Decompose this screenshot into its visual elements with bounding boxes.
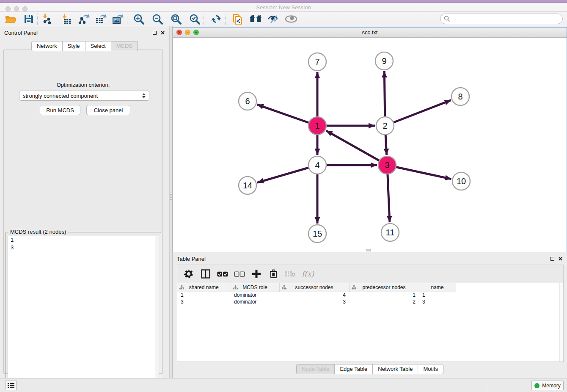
table-cell[interactable]: 2: [349, 298, 419, 305]
tab-edge-table[interactable]: Edge Table: [335, 364, 373, 374]
network-maximize-icon[interactable]: +: [193, 30, 199, 35]
tab-mcds[interactable]: MCDS: [111, 41, 138, 51]
tab-motifs[interactable]: Motifs: [418, 364, 443, 374]
import-table-icon[interactable]: [59, 13, 73, 25]
graph-node-6[interactable]: 6: [239, 92, 256, 110]
table-cell[interactable]: 3: [177, 298, 231, 305]
zoom-out-icon[interactable]: [150, 13, 165, 25]
graph-node-9[interactable]: 9: [375, 52, 393, 70]
memory-button[interactable]: Memory: [531, 381, 564, 390]
result-scrollbar[interactable]: [155, 236, 159, 389]
tab-select[interactable]: Select: [85, 41, 111, 51]
close-table-panel-icon[interactable]: ✕: [558, 256, 563, 262]
import-network-icon[interactable]: [39, 13, 54, 25]
panel-splitter[interactable]: [169, 26, 173, 378]
column-header-predecessor-nodes[interactable]: predecessor nodes: [349, 283, 419, 292]
graph-edge-1-6[interactable]: [257, 105, 317, 126]
criterion-dropdown[interactable]: strongly connected component: [19, 91, 149, 101]
table-scrollbar[interactable]: [559, 283, 563, 362]
refresh-icon[interactable]: [209, 13, 223, 25]
optimization-criterion-label: Optimization criterion:: [4, 82, 162, 88]
table-cell[interactable]: dominator: [231, 292, 279, 298]
graph-node-3[interactable]: 3: [378, 156, 396, 174]
open-folder-icon[interactable]: [3, 13, 18, 25]
search-icon: [444, 16, 450, 22]
graph-edge-2-8[interactable]: [385, 100, 451, 126]
search-input[interactable]: [450, 16, 562, 22]
column-header-MCDS-role[interactable]: MCDS role: [231, 283, 279, 292]
graph-edge-3-1[interactable]: [326, 131, 387, 165]
graph-node-7[interactable]: 7: [308, 53, 326, 71]
export-network-icon[interactable]: [77, 13, 91, 25]
app-title: Session: New Session: [256, 4, 311, 11]
app-minimize-button[interactable]: [14, 6, 19, 11]
table-cell[interactable]: dominator: [231, 298, 279, 305]
table-cell[interactable]: 1: [177, 292, 231, 298]
network-canvas[interactable]: 7968124314101511: [173, 38, 567, 252]
node-label: 14: [243, 181, 252, 190]
save-icon[interactable]: [21, 13, 36, 25]
graph-node-1[interactable]: 1: [308, 117, 326, 135]
graph-edge-3-10[interactable]: [387, 165, 451, 179]
main-toolbar: [0, 12, 567, 26]
app-maximize-button[interactable]: [22, 6, 28, 11]
export-table-icon[interactable]: [94, 13, 108, 25]
eye-icon[interactable]: [284, 13, 298, 25]
column-header-shared-name[interactable]: shared name: [177, 283, 231, 292]
run-mcds-button[interactable]: Run MCDS: [40, 105, 80, 115]
hide-details-icon[interactable]: [266, 13, 281, 25]
network-window-titlebar[interactable]: ✕ − + scc.txt: [173, 28, 567, 38]
table-cell[interactable]: 3: [279, 298, 349, 305]
export-image-icon[interactable]: [111, 13, 125, 25]
table-tabs: Node TableEdge TableNetwork TableMotifs: [173, 364, 567, 374]
delete-column-icon[interactable]: [268, 268, 279, 279]
copy-network-icon[interactable]: [231, 13, 245, 25]
table-cell[interactable]: 4: [279, 292, 349, 298]
graph-node-15[interactable]: 15: [308, 225, 326, 243]
tab-style[interactable]: Style: [63, 41, 85, 51]
control-panel-title: Control Panel: [4, 30, 38, 36]
table-cell[interactable]: 3: [419, 298, 456, 305]
add-column-icon[interactable]: [251, 268, 262, 279]
settings-gear-icon[interactable]: [183, 268, 194, 279]
mcds-result-list[interactable]: 13: [8, 236, 159, 389]
show-column-icon[interactable]: [200, 268, 211, 279]
node-label: 3: [385, 160, 389, 170]
table-cell[interactable]: 1: [349, 292, 419, 298]
close-panel-button[interactable]: Close panel: [86, 105, 130, 115]
graph-node-8[interactable]: 8: [451, 88, 469, 105]
memory-label: Memory: [542, 383, 560, 389]
zoom-fit-icon[interactable]: [169, 13, 183, 25]
tab-network[interactable]: Network: [31, 41, 63, 51]
memory-status-icon: [534, 383, 539, 388]
network-minimize-icon[interactable]: −: [185, 30, 190, 35]
column-header-name[interactable]: name: [419, 283, 456, 292]
graph-node-4[interactable]: 4: [308, 156, 326, 174]
select-all-rows-icon[interactable]: [217, 268, 228, 279]
network-close-icon[interactable]: ✕: [176, 30, 182, 35]
task-history-button[interactable]: [5, 381, 17, 390]
column-header-successor-nodes[interactable]: successor nodes: [279, 283, 349, 292]
float-table-panel-icon[interactable]: [550, 257, 554, 261]
app-close-button[interactable]: [6, 6, 11, 11]
float-panel-icon[interactable]: [153, 31, 157, 35]
table-row[interactable]: 1dominator411: [177, 292, 456, 298]
zoom-in-icon[interactable]: [132, 13, 146, 25]
graph-node-10[interactable]: 10: [452, 172, 470, 190]
home-icon[interactable]: [248, 13, 263, 25]
close-panel-icon[interactable]: ✕: [160, 30, 165, 36]
canvas-scrollbar-thumb[interactable]: [366, 249, 371, 251]
splitter-grip-icon[interactable]: [170, 194, 172, 201]
zoom-selected-icon[interactable]: [187, 13, 202, 25]
node-table[interactable]: shared nameMCDS rolesuccessor nodesprede…: [177, 283, 564, 362]
graph-node-2[interactable]: 2: [376, 117, 394, 135]
graph-node-11[interactable]: 11: [381, 224, 399, 241]
tab-network-table[interactable]: Network Table: [373, 364, 418, 374]
graph-node-14[interactable]: 14: [239, 177, 256, 194]
tab-node-table[interactable]: Node Table: [296, 364, 335, 374]
table-row[interactable]: 3dominator323: [177, 298, 456, 305]
search-box[interactable]: [440, 14, 563, 24]
table-cell[interactable]: 1: [419, 292, 456, 298]
deselect-all-rows-icon[interactable]: [234, 268, 245, 279]
control-panel-tabs: NetworkStyleSelectMCDS: [0, 41, 169, 51]
